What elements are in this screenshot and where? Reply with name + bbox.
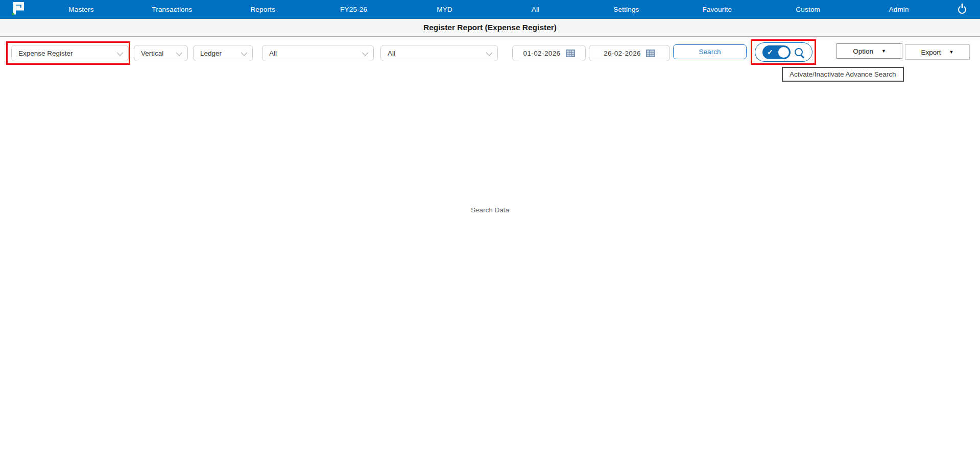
chevron-down-icon (486, 49, 493, 56)
filter-all-select-1[interactable]: All (262, 45, 374, 61)
empty-state-message: Search Data (0, 206, 980, 214)
group-by-select[interactable]: Ledger (193, 45, 253, 61)
app-logo-icon (10, 1, 26, 18)
advance-search-toggle[interactable]: ✓ (762, 45, 791, 59)
menu-myd[interactable]: MYD (399, 0, 490, 19)
logout-button[interactable] (944, 6, 980, 14)
page-title: Register Report (Expense Register) (423, 23, 557, 32)
menu-favourite[interactable]: Favourite (672, 0, 762, 19)
menu-transactions[interactable]: Transactions (127, 0, 218, 19)
caret-down-icon: ▼ (949, 50, 954, 55)
group-by-value: Ledger (200, 50, 222, 57)
filter-all-value-2: All (388, 50, 395, 57)
menu-admin[interactable]: Admin (853, 0, 944, 19)
option-label: Option (853, 47, 873, 55)
from-date-value: 01-02-2026 (523, 50, 560, 57)
export-label: Export (921, 48, 941, 56)
check-icon: ✓ (767, 48, 773, 56)
app-logo[interactable] (0, 1, 36, 18)
menu-settings[interactable]: Settings (581, 0, 672, 19)
filter-toolbar: Expense Register Vertical Ledger All All… (0, 37, 980, 68)
search-button[interactable]: Search (673, 44, 747, 59)
menu-custom[interactable]: Custom (762, 0, 853, 19)
page-title-bar: Register Report (Expense Register) (0, 19, 980, 37)
chevron-down-icon (176, 49, 183, 56)
menu-financial-year[interactable]: FY25-26 (308, 0, 399, 19)
option-dropdown-button[interactable]: Option ▼ (836, 43, 902, 59)
caret-down-icon: ▼ (881, 49, 886, 54)
toggle-knob (778, 47, 789, 58)
layout-value: Vertical (141, 50, 163, 57)
menu-all[interactable]: All (490, 0, 581, 19)
app-root: Masters Transactions Reports FY25-26 MYD… (0, 0, 980, 463)
power-icon (958, 6, 966, 14)
chevron-down-icon (117, 49, 124, 56)
chevron-down-icon (241, 49, 248, 56)
top-navbar: Masters Transactions Reports FY25-26 MYD… (0, 0, 980, 19)
to-date-input[interactable]: 26-02-2026 (589, 45, 670, 61)
menu-reports[interactable]: Reports (218, 0, 308, 19)
to-date-value: 26-02-2026 (604, 50, 641, 57)
search-icon[interactable] (795, 48, 803, 56)
report-type-select[interactable]: Expense Register (11, 45, 129, 61)
from-date-input[interactable]: 01-02-2026 (512, 45, 586, 61)
advance-search-tooltip: Actvate/Inactivate Advance Search (782, 67, 904, 82)
layout-select[interactable]: Vertical (134, 45, 188, 61)
calendar-icon[interactable] (646, 50, 655, 57)
menu-masters[interactable]: Masters (36, 0, 127, 19)
advance-search-control: ✓ (755, 42, 812, 62)
chevron-down-icon (362, 49, 369, 56)
calendar-icon[interactable] (566, 50, 575, 57)
filter-all-value-1: All (269, 50, 277, 57)
report-type-value: Expense Register (18, 50, 73, 57)
main-menu: Masters Transactions Reports FY25-26 MYD… (36, 0, 944, 19)
filter-all-select-2[interactable]: All (380, 45, 498, 61)
export-dropdown-button[interactable]: Export ▼ (905, 44, 970, 60)
